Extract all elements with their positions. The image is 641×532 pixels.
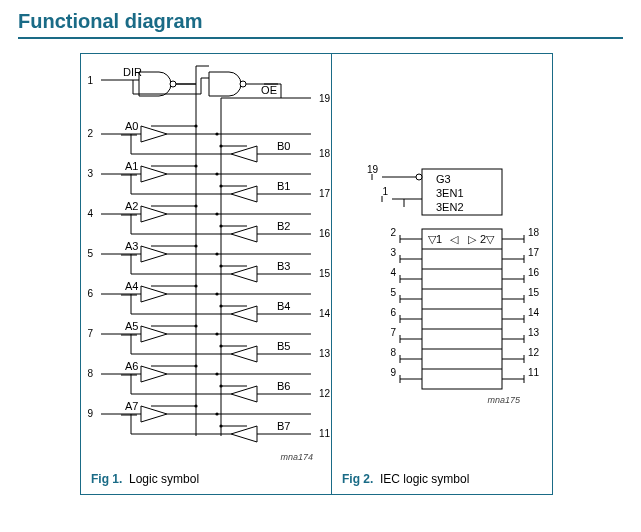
svg-text:mna175: mna175 (487, 395, 521, 405)
svg-text:B0: B0 (277, 140, 290, 152)
svg-point-79 (194, 244, 197, 247)
svg-point-4 (240, 81, 246, 87)
figure-2-caption: Fig 2. IEC logic symbol (342, 472, 469, 486)
svg-text:A1: A1 (125, 160, 138, 172)
svg-text:A0: A0 (125, 120, 138, 132)
svg-text:A4: A4 (125, 280, 138, 292)
svg-text:13: 13 (528, 327, 540, 338)
svg-text:8: 8 (390, 347, 396, 358)
svg-text:7: 7 (87, 328, 93, 339)
svg-text:15: 15 (528, 287, 540, 298)
svg-point-125 (219, 384, 222, 387)
svg-text:A3: A3 (125, 240, 138, 252)
svg-point-124 (194, 364, 197, 367)
svg-text:mna174: mna174 (280, 452, 313, 462)
svg-text:3: 3 (87, 168, 93, 179)
svg-text:5: 5 (87, 248, 93, 259)
svg-text:7: 7 (390, 327, 396, 338)
svg-text:14: 14 (528, 307, 540, 318)
figure-1-caption: Fig 1. Logic symbol (91, 472, 199, 486)
svg-text:11: 11 (528, 367, 540, 378)
svg-text:2: 2 (87, 128, 93, 139)
svg-text:15: 15 (319, 268, 331, 279)
svg-point-50 (219, 184, 222, 187)
svg-point-3 (170, 81, 176, 87)
svg-text:A5: A5 (125, 320, 138, 332)
svg-text:B1: B1 (277, 180, 290, 192)
svg-point-34 (194, 124, 197, 127)
svg-point-110 (219, 344, 222, 347)
svg-text:3EN2: 3EN2 (436, 201, 464, 213)
svg-text:B5: B5 (277, 340, 290, 352)
svg-text:11: 11 (319, 428, 331, 439)
svg-point-35 (219, 144, 222, 147)
figure-panels: 1DIR19OE2A0B0183A1B1174A2B2165A3B3156A4B… (80, 53, 641, 495)
logic-symbol-diagram: 1DIR19OE2A0B0183A1B1174A2B2165A3B3156A4B… (81, 54, 331, 469)
svg-text:B4: B4 (277, 300, 290, 312)
svg-text:8: 8 (87, 368, 93, 379)
svg-text:3EN1: 3EN1 (436, 187, 464, 199)
svg-text:16: 16 (319, 228, 331, 239)
iec-logic-symbol-diagram: G33EN13EN2191▽1◁▷2▽218317416515614713812… (332, 54, 552, 469)
svg-text:◁: ◁ (450, 233, 459, 245)
svg-text:9: 9 (390, 367, 396, 378)
svg-text:12: 12 (319, 388, 331, 399)
svg-text:▽1: ▽1 (428, 233, 442, 245)
svg-text:17: 17 (528, 247, 540, 258)
svg-text:12: 12 (528, 347, 540, 358)
svg-text:19: 19 (367, 164, 379, 175)
svg-text:2▽: 2▽ (480, 233, 495, 245)
svg-point-36 (215, 132, 218, 135)
svg-point-111 (215, 332, 218, 335)
title-underline (18, 37, 623, 39)
svg-text:3: 3 (390, 247, 396, 258)
svg-text:A2: A2 (125, 200, 138, 212)
svg-text:1: 1 (87, 75, 93, 86)
svg-point-140 (219, 424, 222, 427)
svg-text:A6: A6 (125, 360, 138, 372)
svg-text:17: 17 (319, 188, 331, 199)
svg-point-81 (215, 252, 218, 255)
svg-point-148 (416, 174, 422, 180)
svg-text:4: 4 (87, 208, 93, 219)
svg-text:18: 18 (319, 148, 331, 159)
svg-text:OE: OE (261, 84, 277, 96)
svg-point-94 (194, 284, 197, 287)
svg-point-96 (215, 292, 218, 295)
svg-point-126 (215, 372, 218, 375)
svg-point-80 (219, 264, 222, 267)
svg-text:13: 13 (319, 348, 331, 359)
figure-2-panel: G33EN13EN2191▽1◁▷2▽218317416515614713812… (332, 53, 553, 495)
svg-text:1: 1 (382, 186, 388, 197)
svg-point-51 (215, 172, 218, 175)
svg-text:B2: B2 (277, 220, 290, 232)
svg-text:A7: A7 (125, 400, 138, 412)
svg-text:19: 19 (319, 93, 331, 104)
svg-point-64 (194, 204, 197, 207)
svg-point-139 (194, 404, 197, 407)
svg-point-65 (219, 224, 222, 227)
svg-text:5: 5 (390, 287, 396, 298)
figure-1-panel: 1DIR19OE2A0B0183A1B1174A2B2165A3B3156A4B… (80, 53, 332, 495)
svg-text:16: 16 (528, 267, 540, 278)
svg-text:18: 18 (528, 227, 540, 238)
page-title: Functional diagram (0, 0, 641, 37)
svg-text:▷: ▷ (468, 233, 477, 245)
svg-text:B7: B7 (277, 420, 290, 432)
svg-point-109 (194, 324, 197, 327)
svg-text:G3: G3 (436, 173, 451, 185)
svg-text:14: 14 (319, 308, 331, 319)
svg-point-66 (215, 212, 218, 215)
svg-point-49 (194, 164, 197, 167)
svg-text:9: 9 (87, 408, 93, 419)
svg-text:6: 6 (87, 288, 93, 299)
svg-text:4: 4 (390, 267, 396, 278)
svg-point-95 (219, 304, 222, 307)
svg-text:B6: B6 (277, 380, 290, 392)
svg-text:2: 2 (390, 227, 396, 238)
svg-text:B3: B3 (277, 260, 290, 272)
svg-text:6: 6 (390, 307, 396, 318)
svg-point-141 (215, 412, 218, 415)
